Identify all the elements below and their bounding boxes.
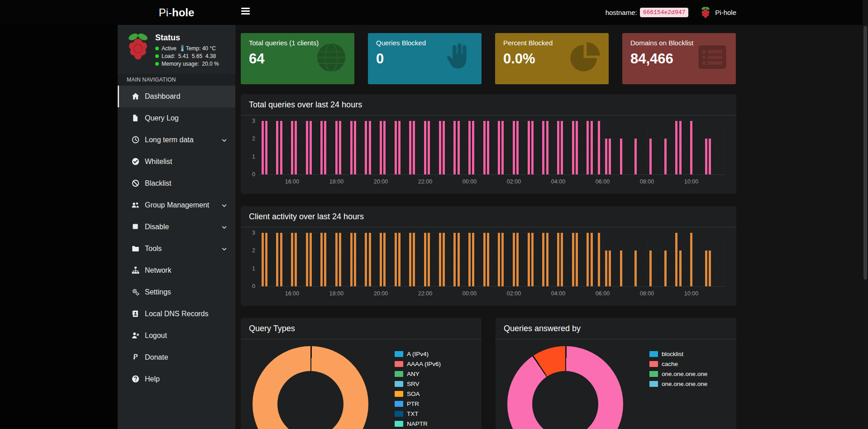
y-tick-label: 3 bbox=[252, 118, 255, 124]
sidebar-item-settings[interactable]: Settings bbox=[118, 281, 235, 303]
legend-label: ANY bbox=[407, 371, 420, 377]
panel-title: Queries answered by bbox=[496, 318, 736, 339]
sidebar-item-label: Local DNS Records bbox=[145, 310, 227, 318]
bar bbox=[335, 233, 338, 286]
legend-label: A (IPv4) bbox=[407, 351, 429, 357]
legend-item[interactable]: A (IPv4) bbox=[395, 349, 441, 359]
legend-item[interactable]: one.one.one.one bbox=[649, 379, 707, 389]
status-text: Memory usage: 20.0 % bbox=[162, 61, 219, 67]
legend-swatch bbox=[395, 381, 403, 387]
legend-item[interactable]: TXT bbox=[395, 409, 441, 419]
gridline bbox=[259, 268, 725, 269]
bar bbox=[409, 121, 411, 174]
bar bbox=[664, 139, 667, 174]
bar bbox=[605, 139, 607, 174]
sidebar-item-disable[interactable]: Disable bbox=[118, 216, 235, 238]
bar bbox=[324, 233, 326, 286]
sidebar-item-long-term-data[interactable]: Long term data bbox=[118, 129, 235, 151]
hostname-label: hostname: bbox=[606, 9, 637, 16]
bar bbox=[339, 121, 341, 174]
navbar-right: hostname: 666154e2d947 Pi-hole bbox=[606, 0, 736, 25]
chevron-down-icon bbox=[221, 224, 227, 230]
sidebar-item-logout[interactable]: Logout bbox=[118, 325, 235, 347]
ban-icon bbox=[131, 179, 139, 188]
status-panel: Status ActiveTemp: 40 °CLoad: 5.41 5.65 … bbox=[118, 25, 235, 74]
hamburger-menu-icon[interactable] bbox=[241, 8, 251, 17]
bar bbox=[561, 121, 563, 174]
sidebar-item-dashboard[interactable]: Dashboard bbox=[118, 86, 235, 107]
bar bbox=[690, 121, 692, 174]
main-content: Total queries (1 clients)64Queries Block… bbox=[235, 25, 868, 429]
page-scrollbar[interactable] bbox=[863, 0, 868, 429]
nav-section-header: MAIN NAVIGATION bbox=[118, 74, 235, 86]
bar bbox=[335, 121, 338, 174]
gridline bbox=[259, 138, 725, 139]
sidebar-item-whitelist[interactable]: Whitelist bbox=[118, 151, 235, 173]
sidebar-item-tools[interactable]: Tools bbox=[118, 238, 235, 260]
legend-item[interactable]: SRV bbox=[395, 379, 441, 389]
bar bbox=[679, 251, 682, 286]
bar bbox=[501, 233, 504, 286]
legend-label: one.one.one.one bbox=[662, 371, 707, 377]
scrollbar-thumb[interactable] bbox=[863, 26, 867, 280]
donut-hole bbox=[277, 371, 343, 429]
sidebar-item-query-log[interactable]: Query Log bbox=[118, 107, 235, 129]
hand-icon bbox=[442, 41, 476, 75]
status-dot-icon bbox=[155, 54, 159, 58]
legend-item[interactable]: cache bbox=[649, 359, 707, 369]
bar bbox=[428, 233, 430, 286]
chevron-down-icon bbox=[221, 246, 227, 252]
brand[interactable]: Pi-hole bbox=[118, 0, 235, 25]
legend-label: TXT bbox=[407, 410, 419, 417]
bar bbox=[679, 121, 682, 174]
legend-swatch bbox=[395, 391, 403, 397]
sidebar-item-network[interactable]: Network bbox=[118, 260, 235, 281]
folder-icon bbox=[131, 245, 139, 253]
legend-swatch bbox=[395, 411, 403, 417]
query-types-donut-chart[interactable] bbox=[253, 346, 368, 429]
sidebar-item-label: Help bbox=[145, 375, 227, 383]
x-tick-label: 00:00 bbox=[463, 178, 477, 185]
gridline bbox=[647, 233, 648, 286]
legend-item[interactable]: NAPTR bbox=[395, 419, 441, 429]
file-icon bbox=[131, 114, 139, 122]
bar bbox=[395, 121, 397, 174]
legend-item[interactable]: AAAA (IPv6) bbox=[395, 359, 441, 369]
bar bbox=[609, 139, 611, 174]
sidebar-item-label: Group Management bbox=[145, 201, 221, 209]
hostname-value: 666154e2d947 bbox=[640, 8, 689, 17]
x-tick-label: 04:00 bbox=[551, 290, 565, 297]
sidebar-item-label: Whitelist bbox=[145, 158, 227, 166]
bar bbox=[516, 121, 519, 174]
bottom-panel-row: Query Types A (IPv4)AAAA (IPv6)ANYSRVSOA… bbox=[241, 318, 736, 429]
bar bbox=[620, 139, 622, 174]
legend-label: blocklist bbox=[662, 351, 683, 357]
bar bbox=[620, 251, 622, 286]
sidebar-item-help[interactable]: Help bbox=[118, 368, 235, 390]
legend-item[interactable]: PTR bbox=[395, 399, 441, 409]
legend-item[interactable]: SOA bbox=[395, 389, 441, 399]
total-queries-chart-area: 012316:0018:0020:0022:0000:0002:0004:000… bbox=[241, 116, 736, 188]
legend-item[interactable]: blocklist bbox=[649, 349, 707, 359]
queries-answered-donut-chart[interactable] bbox=[507, 346, 623, 429]
sidebar-item-local-dns-records[interactable]: Local DNS Records bbox=[118, 303, 235, 325]
bar bbox=[339, 233, 341, 286]
x-tick-label: 04:00 bbox=[551, 178, 565, 185]
sidebar-item-donate[interactable]: Donate bbox=[118, 347, 235, 368]
navbar-app: Pi-hole bbox=[700, 6, 736, 19]
legend-item[interactable]: one.one.one.one bbox=[649, 369, 707, 379]
bar bbox=[483, 233, 486, 286]
gridline bbox=[647, 121, 648, 174]
sidebar-item-blacklist[interactable]: Blacklist bbox=[118, 173, 235, 194]
bar bbox=[354, 121, 356, 174]
sidebar-item-group-management[interactable]: Group Management bbox=[118, 194, 235, 216]
gridline bbox=[259, 232, 725, 233]
sidebar-item-label: Network bbox=[145, 266, 227, 275]
bar bbox=[675, 233, 677, 286]
brand-pi: Pi- bbox=[159, 6, 172, 19]
bar bbox=[369, 121, 371, 174]
total-queries-bar-chart[interactable]: 16:0018:0020:0022:0000:0002:0004:0006:00… bbox=[259, 121, 725, 174]
list-icon bbox=[696, 41, 730, 75]
client-activity-bar-chart[interactable]: 16:0018:0020:0022:0000:0002:0004:0006:00… bbox=[259, 233, 725, 286]
legend-item[interactable]: ANY bbox=[395, 369, 441, 379]
